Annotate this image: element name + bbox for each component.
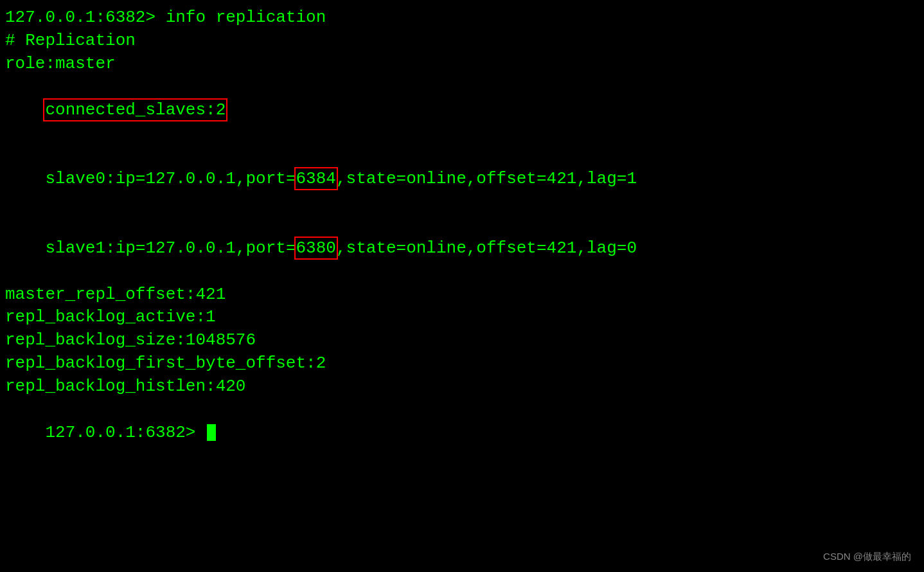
prompt-text: 127.0.0.1:6382> bbox=[45, 423, 206, 442]
slave1-suffix: ,state=online,offset=421,lag=0 bbox=[336, 238, 637, 258]
slave1-port-highlight: 6380 bbox=[296, 238, 336, 258]
terminal-line-header: # Replication bbox=[5, 30, 919, 53]
terminal-line-repl-backlog-histlen: repl_backlog_histlen:420 bbox=[5, 375, 919, 398]
terminal-cursor bbox=[207, 424, 216, 441]
slave0-prefix: slave0:ip=127.0.0.1,port= bbox=[45, 169, 296, 188]
terminal-line-slave0: slave0:ip=127.0.0.1,port=6384,state=onli… bbox=[5, 145, 919, 214]
slave0-port-highlight: 6384 bbox=[296, 169, 336, 188]
slave0-suffix: ,state=online,offset=421,lag=1 bbox=[336, 169, 637, 188]
terminal-line-role: role:master bbox=[5, 53, 919, 76]
slave1-prefix: slave1:ip=127.0.0.1,port= bbox=[45, 238, 296, 258]
terminal-window: 127.0.0.1:6382> info replication # Repli… bbox=[0, 0, 924, 572]
watermark: CSDN @做最幸福的 bbox=[823, 551, 911, 563]
terminal-line-repl-backlog-size: repl_backlog_size:1048576 bbox=[5, 329, 919, 352]
terminal-line-master-repl-offset: master_repl_offset:421 bbox=[5, 283, 919, 307]
terminal-line-repl-backlog-first-byte: repl_backlog_first_byte_offset:2 bbox=[5, 352, 919, 375]
terminal-line-slave1: slave1:ip=127.0.0.1,port=6380,state=onli… bbox=[5, 214, 919, 283]
terminal-line-connected-slaves: connected_slaves:2 bbox=[5, 76, 919, 145]
terminal-line-prompt: 127.0.0.1:6382> bbox=[5, 398, 919, 468]
terminal-line-repl-backlog-active: repl_backlog_active:1 bbox=[5, 306, 919, 329]
connected-slaves-highlight: connected_slaves:2 bbox=[45, 100, 226, 120]
terminal-line-cmd: 127.0.0.1:6382> info replication bbox=[5, 6, 919, 30]
